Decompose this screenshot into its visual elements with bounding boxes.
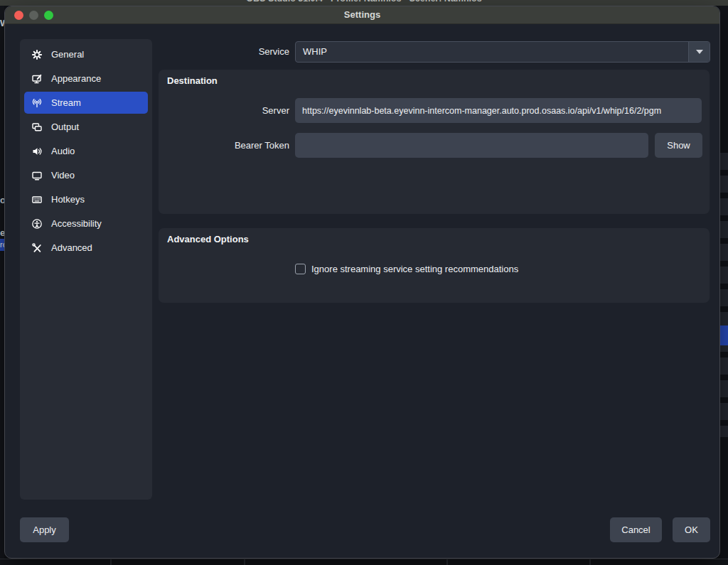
dropdown-arrow-cell[interactable]	[688, 42, 710, 62]
gear-icon	[31, 48, 43, 60]
dialog-titlebar[interactable]: Settings	[5, 6, 719, 24]
service-dropdown-value: WHIP	[296, 42, 688, 62]
sidebar-item-audio[interactable]: Audio	[24, 140, 148, 162]
destination-header: Destination	[167, 75, 218, 86]
sidebar-item-appearance[interactable]: Appearance	[24, 68, 148, 90]
video-icon	[31, 169, 43, 181]
accessibility-icon	[31, 217, 43, 230]
show-token-button[interactable]: Show	[655, 133, 702, 158]
ignore-recommendations-label: Ignore streaming service setting recomme…	[311, 264, 518, 274]
sidebar-item-label: Audio	[51, 146, 75, 156]
service-dropdown[interactable]: WHIP	[295, 41, 710, 63]
close-window-button[interactable]	[14, 11, 23, 20]
sidebar-item-label: Video	[51, 170, 75, 181]
sidebar-item-label: Accessibility	[51, 218, 102, 229]
ok-button[interactable]: OK	[673, 517, 710, 542]
output-icon	[31, 121, 43, 133]
sidebar-item-label: Advanced	[51, 242, 92, 253]
bearer-token-label: Bearer Token	[183, 133, 289, 158]
sidebar-item-hotkeys[interactable]: Hotkeys	[24, 188, 148, 210]
background-window-titlebar: OBS Studio 31.0.4 - Profile: Namnlös - S…	[0, 0, 728, 6]
minimize-window-button	[29, 11, 38, 20]
advanced-options-panel: Advanced Options Ignore streaming servic…	[159, 228, 710, 303]
advanced-options-header: Advanced Options	[167, 234, 249, 244]
dialog-title: Settings	[5, 6, 719, 23]
dock-divider	[244, 559, 245, 565]
sidebar-item-video[interactable]: Video	[24, 164, 148, 186]
service-label: Service	[204, 41, 289, 63]
dock-divider	[110, 559, 112, 565]
traffic-lights	[14, 11, 53, 20]
background-window-title: OBS Studio 31.0.4 - Profile: Namnlös - S…	[0, 0, 728, 4]
ignore-recommendations-row[interactable]: Ignore streaming service setting recomme…	[295, 262, 518, 276]
sidebar-item-output[interactable]: Output	[24, 116, 148, 138]
destination-panel: Destination Server Bearer Token Show	[159, 70, 710, 214]
background-list-rows-fragment	[720, 153, 728, 437]
background-window-bottom-edge	[0, 559, 728, 565]
sidebar-item-label: Stream	[51, 97, 81, 108]
zoom-window-button[interactable]	[44, 11, 53, 20]
server-label: Server	[183, 98, 289, 123]
background-window-right-edge	[720, 6, 728, 565]
sidebar-item-label: Output	[51, 122, 79, 132]
dock-divider	[589, 559, 591, 565]
sidebar-item-label: Appearance	[51, 73, 101, 84]
ignore-recommendations-checkbox[interactable]	[295, 264, 306, 274]
sidebar-item-label: General	[51, 49, 84, 60]
sidebar-item-advanced[interactable]: Advanced	[24, 237, 148, 259]
server-input[interactable]	[295, 98, 702, 123]
advanced-icon	[31, 242, 43, 254]
cancel-button[interactable]: Cancel	[610, 517, 662, 542]
settings-sidebar: General Appearance Stream	[20, 39, 152, 500]
chevron-down-icon	[696, 50, 703, 54]
stream-icon	[31, 97, 43, 109]
sidebar-item-accessibility[interactable]: Accessibility	[24, 212, 148, 235]
sidebar-item-label: Hotkeys	[51, 194, 85, 205]
audio-icon	[31, 145, 43, 157]
sidebar-item-stream[interactable]: Stream	[24, 92, 148, 114]
appearance-icon	[31, 72, 43, 85]
hotkeys-icon	[31, 193, 43, 205]
bearer-token-input[interactable]	[295, 133, 648, 158]
dock-divider	[446, 559, 448, 565]
background-selected-row-fragment	[720, 325, 728, 345]
sidebar-item-general[interactable]: General	[24, 43, 148, 65]
apply-button[interactable]: Apply	[20, 517, 69, 542]
settings-dialog: Settings General Appearance	[4, 6, 720, 559]
